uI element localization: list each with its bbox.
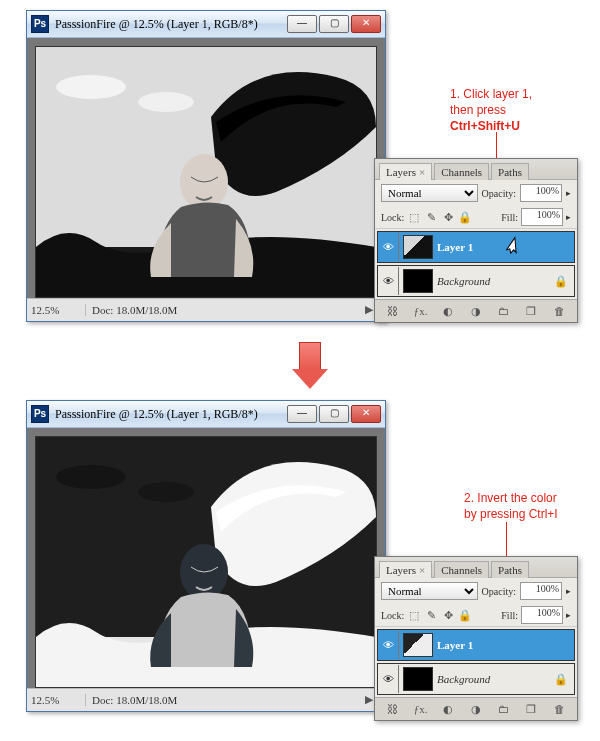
app-icon: Ps <box>31 15 49 33</box>
layer-name[interactable]: Layer 1 <box>437 241 574 253</box>
layer-row-layer1[interactable]: 👁 Layer 1 <box>377 231 575 263</box>
layer-row-background[interactable]: 👁 Background 🔒 <box>377 663 575 695</box>
panel-tabs: Layers× Channels Paths <box>375 159 577 180</box>
callout-1: 1. Click layer 1, then press Ctrl+Shift+… <box>450 86 532 135</box>
fill-field[interactable]: 100% <box>521 208 563 226</box>
canvas-area[interactable] <box>27 428 385 688</box>
panel-footer: ⛓ ƒx. ◐ ◑ 🗀 ❐ 🗑 <box>375 299 577 322</box>
adjustment-icon[interactable]: ◑ <box>467 303 485 319</box>
link-icon[interactable]: ⛓ <box>384 701 402 717</box>
fill-label: Fill: <box>501 212 518 223</box>
tab-layers[interactable]: Layers× <box>379 561 432 578</box>
visibility-icon[interactable]: 👁 <box>378 631 399 659</box>
svg-point-8 <box>138 482 194 502</box>
blend-mode-select[interactable]: Normal <box>381 582 478 600</box>
mask-icon[interactable]: ◐ <box>439 701 457 717</box>
lock-pixels-icon[interactable]: ✎ <box>424 608 438 622</box>
lock-pixels-icon[interactable]: ✎ <box>424 210 438 224</box>
tab-paths[interactable]: Paths <box>491 561 529 578</box>
fill-field[interactable]: 100% <box>521 606 563 624</box>
new-layer-icon[interactable]: ❐ <box>522 303 540 319</box>
window-title: PasssionFire @ 12.5% (Layer 1, RGB/8*) <box>55 17 287 32</box>
layers-panel-1[interactable]: Layers× Channels Paths Normal Opacity: 1… <box>374 158 578 323</box>
lock-icon: 🔒 <box>554 275 570 288</box>
status-bar: 12.5% Doc: 18.0M/18.0M ▶ <box>27 688 385 711</box>
visibility-icon[interactable]: 👁 <box>378 665 399 693</box>
layer-thumbnail[interactable] <box>403 235 433 259</box>
doc-info: Doc: 18.0M/18.0M <box>86 304 359 316</box>
canvas-area[interactable] <box>27 38 385 298</box>
layer-name[interactable]: Background <box>437 673 554 685</box>
tab-layers[interactable]: Layers× <box>379 163 432 180</box>
opacity-field[interactable]: 100% <box>520 184 562 202</box>
svg-point-2 <box>56 75 126 99</box>
fx-icon[interactable]: ƒx. <box>412 303 430 319</box>
document-image <box>35 46 377 298</box>
fx-icon[interactable]: ƒx. <box>412 701 430 717</box>
lock-transparent-icon[interactable]: ⬚ <box>407 210 421 224</box>
panel-tabs: Layers× Channels Paths <box>375 557 577 578</box>
document-window-2: Ps PasssionFire @ 12.5% (Layer 1, RGB/8*… <box>26 400 386 712</box>
layer-thumbnail[interactable] <box>403 269 433 293</box>
layer-row-layer1[interactable]: 👁 Layer 1 <box>377 629 575 661</box>
zoom-field[interactable]: 12.5% <box>27 304 86 316</box>
lock-label: Lock: <box>381 610 404 621</box>
group-icon[interactable]: 🗀 <box>495 303 513 319</box>
blend-mode-select[interactable]: Normal <box>381 184 478 202</box>
layer-list: 👁 Layer 1 👁 Background 🔒 <box>375 629 577 695</box>
chevron-down-icon[interactable]: ▸ <box>566 188 571 198</box>
lock-label: Lock: <box>381 212 404 223</box>
minimize-button[interactable]: — <box>287 405 317 423</box>
adjustment-icon[interactable]: ◑ <box>467 701 485 717</box>
layers-panel-2[interactable]: Layers× Channels Paths Normal Opacity: 1… <box>374 556 578 721</box>
lock-all-icon[interactable]: 🔒 <box>458 608 472 622</box>
tab-channels[interactable]: Channels <box>434 561 489 578</box>
svg-point-3 <box>138 92 194 112</box>
opacity-label: Opacity: <box>482 586 516 597</box>
layer-list: 👁 Layer 1 👁 Background 🔒 <box>375 231 577 297</box>
titlebar[interactable]: Ps PasssionFire @ 12.5% (Layer 1, RGB/8*… <box>27 11 385 38</box>
layer-thumbnail[interactable] <box>403 667 433 691</box>
lock-transparent-icon[interactable]: ⬚ <box>407 608 421 622</box>
maximize-button[interactable]: ▢ <box>319 15 349 33</box>
layer-thumbnail[interactable] <box>403 633 433 657</box>
chevron-down-icon[interactable]: ▸ <box>566 610 571 620</box>
svg-point-7 <box>56 465 126 489</box>
close-icon[interactable]: × <box>419 166 425 178</box>
panel-footer: ⛓ ƒx. ◐ ◑ 🗀 ❐ 🗑 <box>375 697 577 720</box>
visibility-icon[interactable]: 👁 <box>378 267 399 295</box>
lock-position-icon[interactable]: ✥ <box>441 210 455 224</box>
visibility-icon[interactable]: 👁 <box>378 233 399 261</box>
doc-info: Doc: 18.0M/18.0M <box>86 694 359 706</box>
tab-channels[interactable]: Channels <box>434 163 489 180</box>
minimize-button[interactable]: — <box>287 15 317 33</box>
tab-paths[interactable]: Paths <box>491 163 529 180</box>
zoom-field[interactable]: 12.5% <box>27 694 86 706</box>
status-bar: 12.5% Doc: 18.0M/18.0M ▶ <box>27 298 385 321</box>
lock-position-icon[interactable]: ✥ <box>441 608 455 622</box>
link-icon[interactable]: ⛓ <box>384 303 402 319</box>
opacity-label: Opacity: <box>482 188 516 199</box>
window-buttons: — ▢ ✕ <box>287 15 381 33</box>
mask-icon[interactable]: ◐ <box>439 303 457 319</box>
close-button[interactable]: ✕ <box>351 405 381 423</box>
close-icon[interactable]: × <box>419 564 425 576</box>
layer-name[interactable]: Background <box>437 275 554 287</box>
trash-icon[interactable]: 🗑 <box>550 303 568 319</box>
opacity-field[interactable]: 100% <box>520 582 562 600</box>
group-icon[interactable]: 🗀 <box>495 701 513 717</box>
chevron-down-icon[interactable]: ▸ <box>566 586 571 596</box>
chevron-down-icon[interactable]: ▸ <box>566 212 571 222</box>
fill-label: Fill: <box>501 610 518 621</box>
close-button[interactable]: ✕ <box>351 15 381 33</box>
document-image-inverted <box>35 436 377 688</box>
lock-all-icon[interactable]: 🔒 <box>458 210 472 224</box>
trash-icon[interactable]: 🗑 <box>550 701 568 717</box>
titlebar[interactable]: Ps PasssionFire @ 12.5% (Layer 1, RGB/8*… <box>27 401 385 428</box>
layer-row-background[interactable]: 👁 Background 🔒 <box>377 265 575 297</box>
maximize-button[interactable]: ▢ <box>319 405 349 423</box>
new-layer-icon[interactable]: ❐ <box>522 701 540 717</box>
layer-name[interactable]: Layer 1 <box>437 639 574 651</box>
lock-icon: 🔒 <box>554 673 570 686</box>
window-buttons: — ▢ ✕ <box>287 405 381 423</box>
